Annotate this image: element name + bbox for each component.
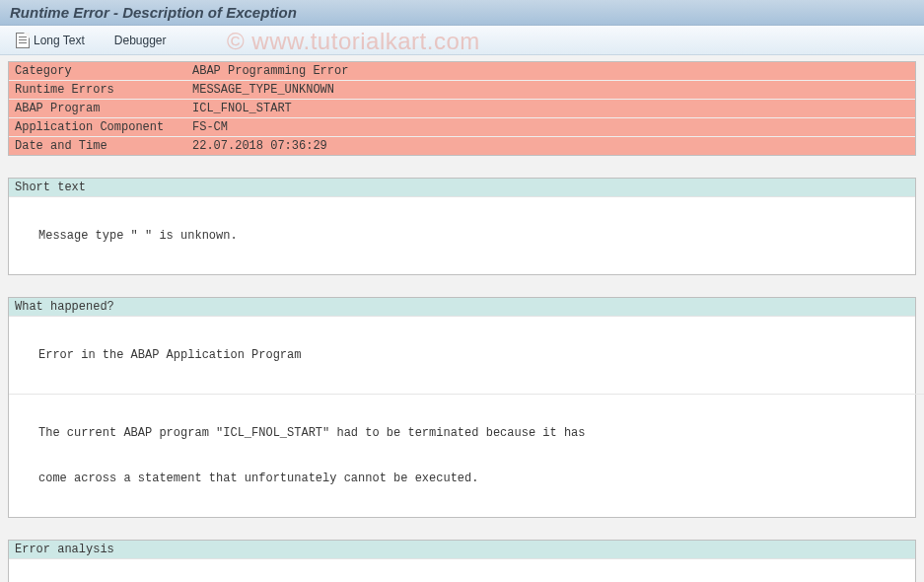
text-line: The current ABAP program "ICL_FNOL_START… [38,424,909,442]
summary-value: MESSAGE_TYPE_UNKNOWN [186,81,915,99]
what-happened-section: What happened? Error in the ABAP Applica… [8,297,916,518]
section-body: Only message types A, E, I, W, S, and X … [9,559,915,582]
section-header: Short text [9,179,915,197]
table-row: ABAP Program ICL_FNOL_START [9,100,915,118]
toolbar: Long Text Debugger [0,26,924,55]
content-area: Category ABAP Programming Error Runtime … [0,55,924,582]
table-row: Category ABAP Programming Error [9,62,915,81]
summary-label: ABAP Program [9,100,186,117]
summary-label: Date and Time [9,137,186,155]
table-row: Application Component FS-CM [9,118,915,137]
summary-value: FS-CM [186,118,915,136]
summary-value: ABAP Programming Error [186,62,915,80]
section-header: What happened? [9,298,915,317]
debugger-label: Debugger [114,34,167,47]
error-analysis-section: Error analysis Only message types A, E, … [8,540,916,582]
title-bar: Runtime Error - Description of Exception [0,0,924,26]
table-row: Runtime Errors MESSAGE_TYPE_UNKNOWN [9,81,915,100]
text-line: come across a statement that unfortunate… [38,470,909,487]
long-text-label: Long Text [34,34,85,47]
summary-label: Runtime Errors [9,81,186,99]
section-body: Error in the ABAP Application Program Th… [9,317,915,517]
text-line: Error in the ABAP Application Program [38,346,909,364]
summary-label: Application Component [9,118,186,136]
text-line: Message type " " is unknown. [38,227,909,245]
long-text-button[interactable]: Long Text [10,30,91,51]
divider [9,394,924,395]
page-title: Runtime Error - Description of Exception [10,4,297,21]
summary-table: Category ABAP Programming Error Runtime … [8,61,916,156]
document-icon [16,33,30,48]
summary-value: ICL_FNOL_START [186,100,915,117]
debugger-button[interactable]: Debugger [108,31,173,50]
section-header: Error analysis [9,541,915,559]
table-row: Date and Time 22.07.2018 07:36:29 [9,137,915,155]
short-text-section: Short text Message type " " is unknown. [8,178,916,275]
summary-value: 22.07.2018 07:36:29 [186,137,915,155]
section-body: Message type " " is unknown. [9,197,915,274]
summary-label: Category [9,62,186,80]
